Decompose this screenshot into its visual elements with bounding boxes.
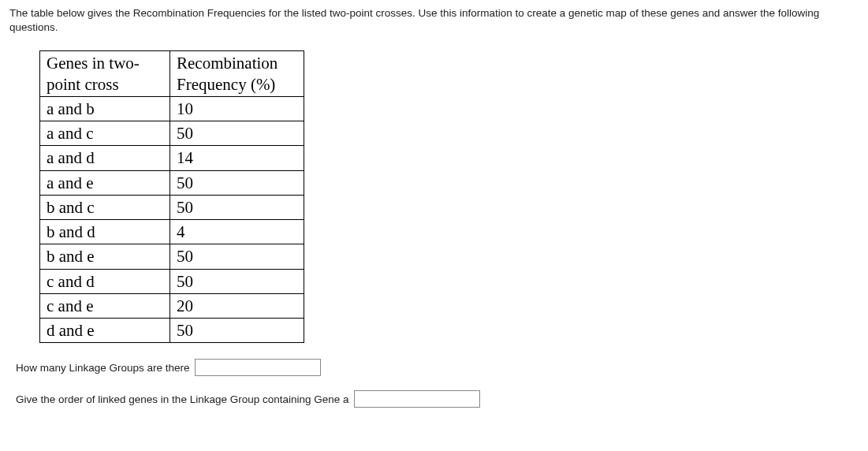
table-row: d and e 50: [40, 319, 304, 343]
table-row: b and d 4: [40, 220, 304, 244]
cell-genes: a and b: [40, 96, 170, 121]
cell-genes: b and e: [40, 244, 170, 269]
cell-freq: 14: [170, 146, 304, 170]
cell-genes: d and e: [40, 319, 170, 343]
cell-freq: 10: [170, 96, 304, 121]
table-row: a and e 50: [40, 170, 304, 195]
question-1-row: How many Linkage Groups are there: [16, 359, 859, 376]
table-row: a and c 50: [40, 121, 304, 146]
cell-genes: c and d: [40, 269, 170, 293]
header-genes: Genes in two-point cross: [40, 51, 170, 97]
question-1-label: How many Linkage Groups are there: [16, 362, 190, 374]
cell-genes: b and c: [40, 195, 170, 219]
cell-genes: b and d: [40, 220, 170, 244]
cell-genes: a and c: [40, 121, 170, 146]
question-2-input[interactable]: [354, 390, 480, 408]
question-2-row: Give the order of linked genes in the Li…: [16, 390, 859, 408]
cell-genes: c and e: [40, 293, 170, 318]
recombination-table-wrap: Genes in two-point cross Recombination F…: [39, 50, 859, 343]
cell-genes: a and d: [40, 146, 170, 170]
table-header-row: Genes in two-point cross Recombination F…: [40, 51, 304, 97]
cell-freq: 4: [170, 220, 304, 244]
cell-freq: 50: [170, 269, 304, 293]
instructions-text: The table below gives the Recombination …: [9, 6, 859, 35]
header-frequency: Recombination Frequency (%): [170, 51, 304, 97]
table-row: b and e 50: [40, 244, 304, 269]
table-row: c and d 50: [40, 269, 304, 293]
table-row: c and e 20: [40, 293, 304, 318]
cell-freq: 50: [170, 195, 304, 219]
cell-freq: 50: [170, 121, 304, 146]
recombination-table: Genes in two-point cross Recombination F…: [39, 50, 304, 343]
table-row: a and b 10: [40, 96, 304, 121]
question-2-label: Give the order of linked genes in the Li…: [16, 393, 349, 405]
cell-genes: a and e: [40, 170, 170, 195]
cell-freq: 50: [170, 319, 304, 343]
cell-freq: 50: [170, 244, 304, 269]
cell-freq: 50: [170, 170, 304, 195]
question-1-input[interactable]: [195, 359, 321, 376]
cell-freq: 20: [170, 293, 304, 318]
table-row: a and d 14: [40, 146, 304, 170]
table-row: b and c 50: [40, 195, 304, 219]
